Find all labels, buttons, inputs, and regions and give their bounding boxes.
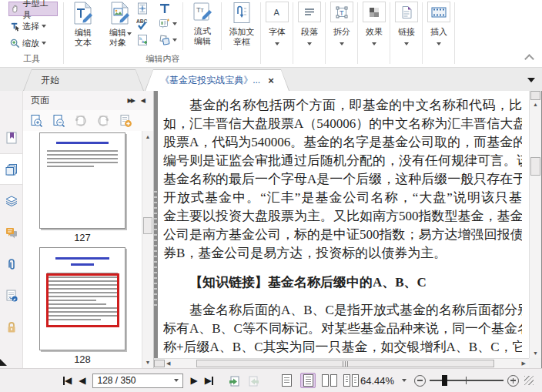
- horizontal-split-handle[interactable]: [154, 360, 165, 367]
- add-article-box-button[interactable]: 添加文章框: [224, 2, 259, 47]
- link-text-icon[interactable]: b,a: [136, 34, 149, 46]
- page-thumbnail-128[interactable]: [39, 247, 125, 350]
- edit-text-label: 编辑文本: [74, 28, 92, 48]
- zoom-slider[interactable]: [430, 380, 504, 381]
- spellcheck-icon[interactable]: ABC: [136, 18, 149, 30]
- insert-dropdown-arrow[interactable]: [437, 42, 441, 45]
- facing-view-button[interactable]: [322, 373, 337, 388]
- split-label: 拆分: [326, 26, 357, 38]
- vertical-scrollbar-thumb[interactable]: [530, 157, 540, 176]
- flow-edit-button[interactable]: Tᴛ 流式编辑: [186, 2, 219, 46]
- vertical-split-handle[interactable]: [530, 91, 540, 100]
- rotate-right-icon[interactable]: [96, 114, 110, 128]
- scroll-down-icon[interactable]: ▼: [530, 350, 541, 356]
- panel-collapse-icon[interactable]: ◀: [141, 97, 146, 104]
- first-page-button[interactable]: ◀: [63, 375, 72, 386]
- enlarge-thumbnails-icon[interactable]: [29, 114, 43, 128]
- hand-tool-button[interactable]: 手型工具: [8, 2, 58, 16]
- last-page-button[interactable]: ▶: [205, 375, 213, 386]
- next-page-button[interactable]: ▶: [190, 375, 197, 386]
- navigation-panel-strip: [0, 91, 23, 368]
- hand-tool-label: 手型工具: [23, 0, 55, 21]
- effect-dropdown-arrow[interactable]: [372, 42, 376, 45]
- single-page-view-button[interactable]: [279, 373, 294, 388]
- zoom-tool-label: 缩放: [22, 38, 39, 49]
- text-tool-icon[interactable]: [159, 2, 171, 15]
- zoom-slider-thumb[interactable]: [442, 375, 447, 386]
- paragraph-dropdown-arrow[interactable]: [307, 42, 312, 45]
- comments-icon: [5, 226, 18, 240]
- bookmarks-panel-button[interactable]: [0, 122, 22, 153]
- pages-icon: [5, 162, 18, 176]
- text-line: 标有A、B、C等不同标记。对某些基金品种来说，同一个基金名: [163, 320, 522, 338]
- shapes-icon[interactable]: [159, 34, 171, 46]
- font-button[interactable]: A 字体: [262, 2, 293, 47]
- tab-document[interactable]: 《基金定投实战宝典》... ×: [145, 69, 289, 91]
- tab-document-label: 《基金定投实战宝典》...: [160, 74, 260, 87]
- layers-panel-button[interactable]: [0, 185, 22, 216]
- previous-page-button[interactable]: ◀: [79, 375, 85, 386]
- new-page-icon[interactable]: [119, 114, 132, 128]
- merge-text-icon[interactable]: [136, 2, 149, 15]
- tab-list-dropdown-icon[interactable]: [527, 78, 535, 82]
- horizontal-scrollbar-thumb[interactable]: [196, 360, 494, 367]
- previous-view-icon[interactable]: [228, 374, 241, 387]
- scroll-up-icon[interactable]: ▲: [530, 102, 541, 107]
- scroll-up-icon[interactable]: ▲: [142, 134, 153, 139]
- signature-panel-button[interactable]: [0, 280, 22, 311]
- continuous-facing-view-button[interactable]: [343, 373, 359, 388]
- document-page[interactable]: 基金的名称包括两个方面，即基金的中文名称和代码，比 如，汇丰晋信大盘股票A（54…: [158, 91, 529, 358]
- scroll-right-icon[interactable]: ▶: [522, 359, 526, 368]
- thumbnail-scrollbar[interactable]: ▲ ▼: [142, 131, 153, 368]
- page-number-field[interactable]: 128 / 350: [92, 374, 183, 388]
- scroll-down-icon[interactable]: ▼: [142, 360, 153, 365]
- shapes-dropdown-arrow[interactable]: [172, 39, 177, 42]
- zoom-dropdown-arrow[interactable]: [402, 379, 406, 382]
- scroll-left-icon[interactable]: ◀: [166, 359, 170, 368]
- insert-button[interactable]: 插入: [423, 2, 454, 47]
- callout-icon[interactable]: [159, 18, 171, 30]
- vertical-scrollbar[interactable]: ▲ ▼: [529, 91, 541, 358]
- reduce-thumbnails-icon[interactable]: [52, 114, 65, 128]
- split-button[interactable]: T 拆分: [326, 2, 357, 47]
- callout-dropdown-arrow[interactable]: [172, 22, 177, 25]
- select-dropdown-arrow[interactable]: [42, 25, 46, 28]
- rotate-left-icon[interactable]: [74, 114, 88, 128]
- font-dropdown-arrow[interactable]: [275, 42, 279, 45]
- next-view-icon[interactable]: [247, 374, 260, 387]
- bookmark-icon: [5, 131, 18, 145]
- link-button[interactable]: 链接: [391, 2, 422, 47]
- effect-button[interactable]: 效果: [359, 2, 390, 47]
- flow-edit-icon: Tᴛ: [192, 2, 213, 24]
- svg-text:A: A: [274, 8, 280, 17]
- tab-start[interactable]: 开始: [23, 69, 144, 91]
- edit-object-button[interactable]: 编辑对象: [102, 2, 138, 48]
- comments-panel-button[interactable]: [0, 216, 22, 248]
- page-field-dropdown-arrow[interactable]: [174, 379, 179, 382]
- zoom-in-button[interactable]: [507, 375, 519, 387]
- edit-object-dropdown-arrow[interactable]: [127, 32, 132, 35]
- panel-resize-corner[interactable]: [0, 359, 7, 366]
- thumbnail-scrollbar-thumb[interactable]: [143, 217, 152, 234]
- zoom-dropdown-arrow[interactable]: [42, 42, 46, 45]
- edit-text-button[interactable]: 编辑文本: [66, 2, 100, 48]
- pages-panel-button[interactable]: [0, 153, 22, 185]
- page-thumbnail-127[interactable]: [39, 132, 125, 229]
- security-panel-button[interactable]: [0, 311, 22, 343]
- link-dropdown-arrow[interactable]: [404, 42, 409, 45]
- split-dropdown-arrow[interactable]: [340, 42, 344, 45]
- main-area: 页面 ▶▶ ◀ 127: [0, 91, 542, 368]
- svg-text:Tᴛ: Tᴛ: [196, 6, 204, 14]
- zoom-out-button[interactable]: [414, 375, 426, 387]
- tab-close-icon[interactable]: ×: [268, 75, 274, 86]
- zoom-tool-button[interactable]: 缩放: [10, 36, 46, 50]
- panel-expand-icon[interactable]: ▶▶: [128, 97, 134, 104]
- horizontal-scrollbar[interactable]: ◀ ▶: [154, 358, 529, 368]
- continuous-view-button[interactable]: [300, 373, 316, 388]
- attachments-panel-button[interactable]: [0, 248, 22, 280]
- panel-splitter-handle[interactable]: [154, 191, 157, 307]
- ribbon-collapse-icon[interactable]: [524, 54, 534, 64]
- select-tool-button[interactable]: 选择: [10, 19, 46, 33]
- paragraph-button[interactable]: 段落: [294, 2, 325, 47]
- window-resize-grip[interactable]: [524, 376, 534, 385]
